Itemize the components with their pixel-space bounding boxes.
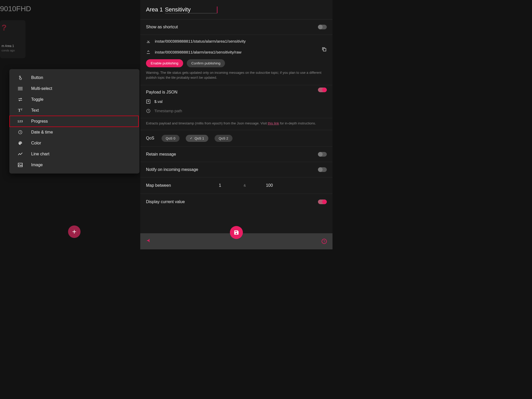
qos-2-chip[interactable]: QoS 2 — [215, 135, 232, 142]
qos-0-chip[interactable]: QoS 0 — [162, 135, 179, 142]
image-icon — [17, 163, 23, 167]
save-icon — [234, 230, 239, 235]
qos-label: QoS — [146, 136, 154, 141]
svg-point-5 — [19, 143, 19, 143]
enable-publishing-button[interactable]: Enable publishing — [146, 59, 183, 67]
payload-json-toggle[interactable] — [318, 88, 327, 92]
menu-item-label: Image — [31, 163, 43, 167]
shortcut-label: Show as shortcut — [146, 25, 178, 29]
json-help-link[interactable]: this link — [268, 121, 279, 125]
notify-row: Notify on incoming message — [140, 162, 332, 177]
map-amp: & — [237, 183, 252, 187]
touch-icon — [17, 75, 23, 80]
dashboard-title: 9010FHD — [0, 5, 31, 13]
qos-1-chip[interactable]: ✓ QoS 1 — [186, 135, 208, 142]
download-icon — [146, 39, 151, 44]
upload-icon — [146, 50, 151, 55]
publish-warning: Warning. The tile status gets updated on… — [140, 70, 332, 85]
question-icon: ? — [2, 23, 24, 32]
map-label: Map between — [146, 183, 203, 188]
check-icon: ✓ — [190, 136, 192, 140]
menu-item-label: Color — [31, 141, 41, 145]
tile-subtitle: m Area 1 — [2, 44, 24, 48]
save-button[interactable] — [230, 226, 243, 239]
number-icon: 123 — [17, 120, 23, 123]
display-value-row: Display current value — [140, 194, 332, 210]
text-icon: TT — [17, 108, 23, 113]
swap-icon — [17, 98, 23, 101]
palette-icon — [17, 141, 23, 145]
chart-icon — [17, 152, 23, 156]
payload-json-label: Payload is JSON — [146, 90, 327, 95]
menu-item-toggle[interactable]: Toggle — [9, 94, 139, 105]
subscribe-topic-row[interactable]: instar/000389888811/status/alarm/area1/s… — [140, 35, 332, 44]
publish-topic: instar/000389888811/alarm/area1/sensitiv… — [155, 50, 327, 55]
svg-point-7 — [21, 142, 21, 142]
menu-item-button[interactable]: Button — [9, 72, 139, 83]
tile-name-input[interactable] — [165, 6, 217, 13]
timestamp-path-placeholder: Timestamp path — [154, 109, 182, 113]
json-path-row[interactable]: $.val — [146, 99, 327, 104]
tile-card[interactable]: ? m Area 1 conds ago — [0, 20, 25, 58]
notify-label: Notify on incoming message — [146, 167, 198, 172]
map-to-input[interactable]: 100 — [252, 183, 286, 188]
display-value-label: Display current value — [146, 200, 185, 204]
display-value-toggle[interactable] — [318, 200, 327, 204]
arrow-left-icon — [146, 238, 152, 243]
menu-item-label: Text — [31, 108, 39, 113]
menu-item-progress[interactable]: 123 Progress — [9, 116, 139, 127]
menu-item-label: Line chart — [31, 152, 49, 156]
menu-item-label: Toggle — [31, 97, 43, 102]
json-helper: Extracts payload and timestamp (millis f… — [140, 118, 332, 130]
map-from-input[interactable]: 1 — [203, 183, 237, 188]
menu-item-multiselect[interactable]: Multi-select — [9, 83, 139, 94]
clock-icon — [146, 109, 151, 113]
svg-point-0 — [19, 76, 21, 77]
timestamp-path-row[interactable]: Timestamp path — [146, 109, 327, 113]
svg-point-6 — [20, 142, 20, 142]
svg-point-8 — [21, 143, 22, 143]
tile-time: conds ago — [2, 49, 24, 52]
copy-icon[interactable] — [322, 47, 327, 53]
list-icon — [17, 87, 23, 90]
svg-rect-10 — [323, 49, 326, 51]
json-path-value: $.val — [154, 99, 163, 104]
menu-item-color[interactable]: Color — [9, 138, 139, 149]
text-cursor — [217, 6, 217, 13]
menu-item-linechart[interactable]: Line chart — [9, 149, 139, 159]
add-button[interactable]: + — [68, 225, 81, 238]
svg-rect-9 — [18, 163, 22, 167]
plus-icon: + — [72, 228, 76, 236]
menu-item-label: Multi-select — [31, 86, 52, 91]
retain-row: Retain message — [140, 147, 332, 162]
shortcut-toggle[interactable] — [318, 25, 327, 29]
menu-item-datetime[interactable]: Date & time — [9, 127, 139, 138]
tile-name-row: Area 1 — [140, 0, 332, 19]
menu-item-label: Progress — [31, 119, 48, 124]
json-path-icon — [146, 99, 151, 104]
retain-toggle[interactable] — [318, 152, 327, 157]
map-row: Map between 1 & 100 — [140, 177, 332, 194]
tile-name-prefix: Area 1 — [146, 6, 164, 13]
subscribe-topic: instar/000389888811/status/alarm/area1/s… — [155, 39, 327, 44]
tile-type-menu: Button Multi-select Toggle TT Text 123 P… — [9, 69, 139, 174]
menu-item-label: Button — [31, 75, 43, 80]
menu-item-image[interactable]: Image — [9, 159, 139, 170]
shortcut-row: Show as shortcut — [140, 19, 332, 35]
help-button[interactable]: ? — [322, 239, 327, 244]
publish-topic-row[interactable]: instar/000389888811/alarm/area1/sensitiv… — [140, 44, 332, 55]
notify-toggle[interactable] — [318, 167, 327, 172]
menu-item-label: Date & time — [31, 130, 53, 135]
confirm-publishing-button[interactable]: Confirm publishing — [187, 59, 225, 67]
clock-icon — [17, 130, 23, 135]
menu-item-text[interactable]: TT Text — [9, 105, 139, 116]
retain-label: Retain message — [146, 152, 176, 156]
back-button[interactable] — [146, 238, 152, 245]
